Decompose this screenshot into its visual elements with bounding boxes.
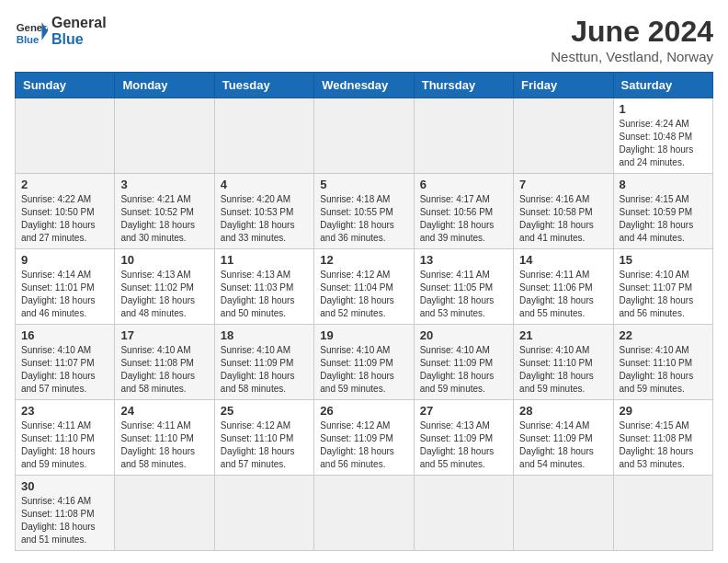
calendar-cell [314, 98, 414, 174]
day-info: Sunrise: 4:11 AMSunset: 11:06 PMDaylight… [519, 269, 607, 320]
day-number: 24 [120, 404, 208, 418]
day-number: 2 [21, 178, 108, 191]
logo-blue-text: Blue [51, 31, 107, 48]
day-number: 29 [620, 404, 707, 418]
day-number: 10 [120, 253, 208, 267]
day-info: Sunrise: 4:21 AMSunset: 10:52 PMDaylight… [120, 193, 208, 245]
day-number: 3 [120, 178, 208, 191]
weekday-header-tuesday: Tuesday [214, 73, 313, 98]
day-number: 22 [620, 328, 707, 342]
day-info: Sunrise: 4:20 AMSunset: 10:53 PMDaylight… [221, 193, 308, 245]
calendar-cell: 23Sunrise: 4:11 AMSunset: 11:10 PMDaylig… [16, 400, 115, 476]
day-number: 4 [221, 178, 308, 191]
day-number: 28 [519, 404, 607, 418]
day-info: Sunrise: 4:22 AMSunset: 10:50 PMDaylight… [21, 193, 108, 245]
calendar-cell: 14Sunrise: 4:11 AMSunset: 11:06 PMDaylig… [514, 249, 613, 325]
day-number: 16 [21, 328, 108, 342]
calendar-cell: 30Sunrise: 4:16 AMSunset: 11:08 PMDaylig… [16, 476, 115, 551]
day-number: 1 [620, 102, 707, 116]
day-info: Sunrise: 4:13 AMSunset: 11:02 PMDaylight… [120, 269, 208, 320]
calendar-cell: 28Sunrise: 4:14 AMSunset: 11:09 PMDaylig… [514, 400, 613, 476]
day-info: Sunrise: 4:10 AMSunset: 11:10 PMDaylight… [620, 344, 707, 396]
weekday-header-sunday: Sunday [16, 73, 115, 98]
calendar-cell: 29Sunrise: 4:15 AMSunset: 11:08 PMDaylig… [613, 400, 712, 476]
day-number: 13 [420, 253, 507, 267]
day-number: 14 [519, 253, 607, 267]
calendar-cell: 15Sunrise: 4:10 AMSunset: 11:07 PMDaylig… [613, 249, 712, 325]
day-number: 7 [519, 178, 607, 191]
calendar-cell: 7Sunrise: 4:16 AMSunset: 10:58 PMDayligh… [514, 174, 613, 249]
calendar-cell: 18Sunrise: 4:10 AMSunset: 11:09 PMDaylig… [214, 325, 313, 400]
day-info: Sunrise: 4:10 AMSunset: 11:07 PMDaylight… [620, 269, 707, 320]
day-number: 25 [221, 404, 308, 418]
day-number: 5 [320, 178, 407, 191]
calendar-cell: 17Sunrise: 4:10 AMSunset: 11:08 PMDaylig… [115, 325, 214, 400]
day-number: 18 [221, 328, 308, 342]
day-number: 8 [620, 178, 707, 191]
day-number: 11 [221, 253, 308, 267]
calendar-week-row: 30Sunrise: 4:16 AMSunset: 11:08 PMDaylig… [16, 476, 713, 551]
page-header: General Blue General Blue June 2024 Nest… [15, 15, 713, 64]
location-subtitle: Nesttun, Vestland, Norway [551, 49, 713, 64]
day-info: Sunrise: 4:10 AMSunset: 11:08 PMDaylight… [120, 344, 208, 396]
day-number: 23 [21, 404, 108, 418]
day-info: Sunrise: 4:10 AMSunset: 11:10 PMDaylight… [519, 344, 607, 396]
day-number: 12 [320, 253, 407, 267]
day-info: Sunrise: 4:15 AMSunset: 11:08 PMDaylight… [620, 419, 707, 471]
calendar-cell [214, 98, 313, 174]
day-number: 9 [21, 253, 108, 267]
calendar-cell [115, 98, 214, 174]
day-info: Sunrise: 4:11 AMSunset: 11:10 PMDaylight… [21, 419, 108, 471]
day-info: Sunrise: 4:12 AMSunset: 11:09 PMDaylight… [320, 419, 407, 471]
svg-text:Blue: Blue [17, 34, 40, 45]
calendar-cell: 16Sunrise: 4:10 AMSunset: 11:07 PMDaylig… [16, 325, 115, 400]
day-number: 6 [420, 178, 507, 191]
day-info: Sunrise: 4:17 AMSunset: 10:56 PMDaylight… [420, 193, 507, 245]
day-info: Sunrise: 4:12 AMSunset: 11:04 PMDaylight… [320, 269, 407, 320]
calendar-cell [613, 476, 712, 551]
calendar-cell [214, 476, 313, 551]
day-info: Sunrise: 4:10 AMSunset: 11:07 PMDaylight… [21, 344, 108, 396]
calendar-cell [514, 476, 613, 551]
month-title: June 2024 [551, 15, 713, 49]
calendar-cell [314, 476, 414, 551]
weekday-header-monday: Monday [115, 73, 214, 98]
day-number: 19 [320, 328, 407, 342]
calendar-cell: 20Sunrise: 4:10 AMSunset: 11:09 PMDaylig… [414, 325, 513, 400]
day-info: Sunrise: 4:16 AMSunset: 11:08 PMDaylight… [21, 495, 108, 546]
calendar-cell: 9Sunrise: 4:14 AMSunset: 11:01 PMDayligh… [16, 249, 115, 325]
logo-general-text: General [51, 15, 107, 31]
day-info: Sunrise: 4:10 AMSunset: 11:09 PMDaylight… [320, 344, 407, 396]
calendar-cell: 26Sunrise: 4:12 AMSunset: 11:09 PMDaylig… [314, 400, 414, 476]
day-info: Sunrise: 4:10 AMSunset: 11:09 PMDaylight… [221, 344, 308, 396]
calendar-week-row: 9Sunrise: 4:14 AMSunset: 11:01 PMDayligh… [16, 249, 713, 325]
day-number: 27 [420, 404, 507, 418]
day-info: Sunrise: 4:14 AMSunset: 11:09 PMDaylight… [519, 419, 607, 471]
calendar-cell [414, 98, 513, 174]
calendar-cell: 22Sunrise: 4:10 AMSunset: 11:10 PMDaylig… [613, 325, 712, 400]
day-info: Sunrise: 4:13 AMSunset: 11:03 PMDaylight… [221, 269, 308, 320]
day-number: 17 [120, 328, 208, 342]
calendar-week-row: 23Sunrise: 4:11 AMSunset: 11:10 PMDaylig… [16, 400, 713, 476]
calendar-cell: 3Sunrise: 4:21 AMSunset: 10:52 PMDayligh… [115, 174, 214, 249]
calendar-cell: 4Sunrise: 4:20 AMSunset: 10:53 PMDayligh… [214, 174, 313, 249]
day-info: Sunrise: 4:24 AMSunset: 10:48 PMDaylight… [620, 118, 707, 169]
calendar-cell: 8Sunrise: 4:15 AMSunset: 10:59 PMDayligh… [613, 174, 712, 249]
calendar-cell: 12Sunrise: 4:12 AMSunset: 11:04 PMDaylig… [314, 249, 414, 325]
calendar-cell: 6Sunrise: 4:17 AMSunset: 10:56 PMDayligh… [414, 174, 513, 249]
calendar-cell [16, 98, 115, 174]
day-info: Sunrise: 4:11 AMSunset: 11:05 PMDaylight… [420, 269, 507, 320]
calendar-cell [514, 98, 613, 174]
weekday-header-friday: Friday [514, 73, 613, 98]
day-info: Sunrise: 4:12 AMSunset: 11:10 PMDaylight… [221, 419, 308, 471]
day-info: Sunrise: 4:16 AMSunset: 10:58 PMDaylight… [519, 193, 607, 245]
calendar-cell: 25Sunrise: 4:12 AMSunset: 11:10 PMDaylig… [214, 400, 313, 476]
day-info: Sunrise: 4:10 AMSunset: 11:09 PMDaylight… [420, 344, 507, 396]
calendar-cell: 21Sunrise: 4:10 AMSunset: 11:10 PMDaylig… [514, 325, 613, 400]
logo: General Blue General Blue [15, 15, 107, 48]
weekday-header-row: SundayMondayTuesdayWednesdayThursdayFrid… [16, 73, 713, 98]
day-number: 30 [21, 479, 108, 493]
day-number: 20 [420, 328, 507, 342]
day-number: 21 [519, 328, 607, 342]
calendar-table: SundayMondayTuesdayWednesdayThursdayFrid… [15, 72, 713, 551]
